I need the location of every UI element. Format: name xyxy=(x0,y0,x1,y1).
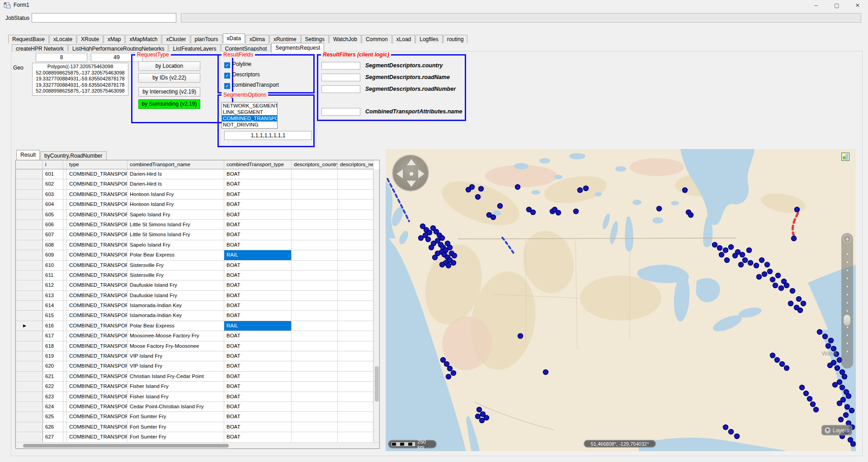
row-selector[interactable] xyxy=(16,230,43,240)
cell-descriptors-net[interactable] xyxy=(338,412,373,422)
tab-xruntime[interactable]: xRuntime xyxy=(269,35,301,43)
cell-descriptors-net[interactable] xyxy=(338,392,373,402)
close-button[interactable]: ✕ xyxy=(847,0,868,11)
table-row[interactable]: 608COMBINED_TRANSPORTSapelo Island FryBO… xyxy=(16,240,379,250)
cell-descriptors-country[interactable] xyxy=(292,210,338,220)
cell-descriptors-net[interactable] xyxy=(338,291,373,301)
cell-descriptors-country[interactable] xyxy=(292,169,338,179)
map-pan-control[interactable] xyxy=(392,154,429,191)
row-selector[interactable] xyxy=(16,250,43,260)
cell-combinedtransport-name[interactable]: Moosonee-Moose Factory Fry xyxy=(127,331,224,341)
row-selector[interactable] xyxy=(16,422,43,432)
cell-descriptors-country[interactable] xyxy=(292,179,338,189)
table-row[interactable]: 617COMBINED_TRANSPORTMoosonee-Moose Fact… xyxy=(16,331,379,341)
cell-descriptors-country[interactable] xyxy=(292,301,338,311)
weights-input[interactable]: 1,1,1,1,1,1,1,1 xyxy=(224,131,312,140)
request-type-button-3[interactable]: by Intersecting (v2.19) xyxy=(138,87,200,97)
cell-i[interactable]: 609 xyxy=(43,250,63,260)
cell-combinedtransport-type[interactable]: BOAT xyxy=(224,271,292,280)
cell-descriptors-net[interactable] xyxy=(338,261,373,271)
row-selector[interactable] xyxy=(16,341,43,351)
cell-i[interactable]: 605 xyxy=(43,210,63,220)
cell-descriptors-net[interactable] xyxy=(338,210,373,220)
tab-logfiles[interactable]: Logfiles xyxy=(415,35,442,43)
overview-map-icon[interactable] xyxy=(841,153,849,161)
row-selector[interactable] xyxy=(16,271,43,280)
table-row[interactable]: 618COMBINED_TRANSPORTMoose Factory Fry-M… xyxy=(16,341,379,351)
checkbox-combinedtransport[interactable]: ✓combinedTransport xyxy=(224,82,279,89)
cell-descriptors-net[interactable] xyxy=(338,372,373,382)
row-selector[interactable]: ▶ xyxy=(16,321,43,331)
grid-column-header-type[interactable]: type xyxy=(67,160,127,169)
cell-combinedtransport-type[interactable]: BOAT xyxy=(224,230,292,240)
cell-i[interactable]: 622 xyxy=(43,382,63,392)
row-selector[interactable] xyxy=(16,240,43,250)
cell-i[interactable]: 625 xyxy=(43,412,63,422)
cell-type[interactable]: COMBINED_TRANSPORT xyxy=(67,169,127,179)
cell-i[interactable]: 621 xyxy=(43,372,63,382)
zoom-in-button[interactable]: + xyxy=(843,235,851,243)
row-selector[interactable] xyxy=(16,331,43,341)
table-row[interactable]: 625COMBINED_TRANSPORTFort Sumter FryBOAT xyxy=(16,412,379,422)
grid-horizontal-scrollbar[interactable] xyxy=(16,442,379,448)
filter-input-4[interactable] xyxy=(321,108,360,116)
row-selector[interactable] xyxy=(16,372,43,382)
tab-common[interactable]: Common xyxy=(362,35,392,43)
cell-combinedtransport-type[interactable]: BOAT xyxy=(224,351,292,361)
cell-i[interactable]: 612 xyxy=(43,280,63,290)
pan-down-icon[interactable] xyxy=(407,181,416,187)
grid-column-header-0[interactable] xyxy=(16,160,43,169)
tab-xdata[interactable]: xData xyxy=(223,33,245,43)
cell-combinedtransport-name[interactable]: Fisher Island Fry xyxy=(127,392,224,402)
row-selector[interactable] xyxy=(16,220,43,230)
cell-type[interactable]: COMBINED_TRANSPORT xyxy=(67,422,127,432)
filter-input-1[interactable] xyxy=(321,62,360,70)
cell-combinedtransport-type[interactable]: BOAT xyxy=(224,169,292,179)
table-row[interactable]: 602COMBINED_TRANSPORTDarien-Hird IsBOAT xyxy=(16,179,379,189)
cell-descriptors-net[interactable] xyxy=(338,250,373,260)
table-row[interactable]: 626COMBINED_TRANSPORTFort Sumter FryBOAT xyxy=(16,422,379,432)
pan-left-icon[interactable] xyxy=(396,169,403,178)
cell-combinedtransport-type[interactable]: BOAT xyxy=(224,372,292,382)
cell-type[interactable]: COMBINED_TRANSPORT xyxy=(67,190,127,200)
pan-up-icon[interactable] xyxy=(407,159,416,165)
table-row[interactable]: 620COMBINED_TRANSPORTVIP Island FryBOAT xyxy=(16,361,379,371)
cell-type[interactable]: COMBINED_TRANSPORT xyxy=(67,392,127,402)
cell-combinedtransport-name[interactable]: Hontoon Island Fry xyxy=(127,190,224,200)
cell-descriptors-net[interactable] xyxy=(338,280,373,290)
cell-descriptors-country[interactable] xyxy=(292,200,338,210)
cell-i[interactable]: 614 xyxy=(43,301,63,311)
tab-settings[interactable]: Settings xyxy=(301,35,329,43)
tab-watchjob[interactable]: WatchJob xyxy=(329,35,361,43)
cell-type[interactable]: COMBINED_TRANSPORT xyxy=(67,341,127,351)
cell-descriptors-country[interactable] xyxy=(292,291,338,301)
table-row[interactable]: 611COMBINED_TRANSPORTSistersville FryBOA… xyxy=(16,271,379,280)
cell-combinedtransport-name[interactable]: Little St Simons Island Fry xyxy=(127,230,224,240)
row-selector[interactable] xyxy=(16,280,43,290)
list-item-link_segment[interactable]: LINK_SEGMENT xyxy=(222,109,277,115)
cell-combinedtransport-type[interactable]: BOAT xyxy=(224,341,292,351)
cell-combinedtransport-type[interactable]: RAIL xyxy=(224,250,292,260)
cell-combinedtransport-name[interactable]: VIP Island Fry xyxy=(127,351,224,361)
table-row[interactable]: 613COMBINED_TRANSPORTDaufuskie Island Fr… xyxy=(16,291,379,301)
cell-descriptors-country[interactable] xyxy=(292,402,338,412)
cell-type[interactable]: COMBINED_TRANSPORT xyxy=(67,432,127,442)
cell-type[interactable]: COMBINED_TRANSPORT xyxy=(67,271,127,280)
table-row[interactable]: 601COMBINED_TRANSPORTDarien-Hird IsBOAT xyxy=(16,169,379,179)
list-item-not_driving[interactable]: NOT_DRIVING xyxy=(222,121,277,128)
row-selector[interactable] xyxy=(16,190,43,200)
geo-polygon-input[interactable]: Polygon((-137.320575463098 52.0088998625… xyxy=(32,63,128,96)
cell-i[interactable]: 601 xyxy=(43,169,63,179)
cell-combinedtransport-name[interactable]: Daufuskie Island Fry xyxy=(127,280,224,290)
minimize-button[interactable]: – xyxy=(806,0,826,11)
cell-i[interactable]: 607 xyxy=(43,230,63,240)
cell-combinedtransport-name[interactable]: Hontoon Island Fry xyxy=(127,200,224,210)
cell-descriptors-net[interactable] xyxy=(338,200,373,210)
cell-combinedtransport-type[interactable]: BOAT xyxy=(224,432,292,442)
cell-type[interactable]: COMBINED_TRANSPORT xyxy=(67,372,127,382)
table-row[interactable]: 607COMBINED_TRANSPORTLittle St Simons Is… xyxy=(16,230,379,240)
grid-column-header-i[interactable]: i xyxy=(43,160,63,169)
map-view[interactable]: Wash + 250 km 51,466808°, -129,754032° xyxy=(386,149,856,451)
cell-combinedtransport-name[interactable]: Darien-Hird Is xyxy=(127,179,224,189)
tab-xdima[interactable]: xDima xyxy=(245,35,269,43)
